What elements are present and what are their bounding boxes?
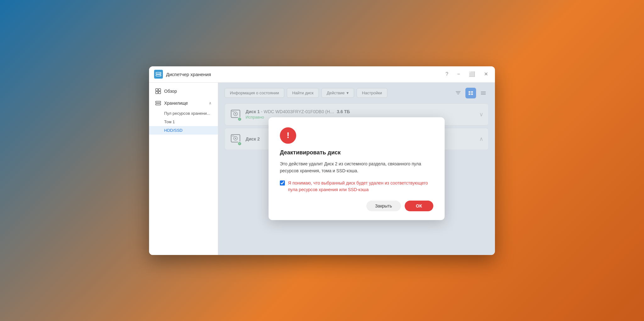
dialog-container: ! Деактивировать диск Это действие удали…: [269, 117, 445, 220]
confirm-checkbox-label[interactable]: Я понимаю, что выбранный диск будет удал…: [288, 180, 433, 193]
dialog-ok-button[interactable]: ОК: [405, 201, 433, 211]
storage-chevron: ∧: [209, 101, 212, 105]
svg-point-2: [160, 73, 160, 74]
main-layout: Обзор Хранилище ∧ Пул ресурсов хранени..…: [149, 83, 495, 255]
help-button[interactable]: ?: [444, 70, 450, 78]
overview-label: Обзор: [164, 89, 177, 94]
warning-icon: !: [280, 127, 296, 144]
main-window: Диспетчер хранения ? − ⬜ ✕ Обзор: [149, 66, 495, 255]
close-button[interactable]: ✕: [482, 70, 490, 78]
dialog-close-button[interactable]: Закрыть: [366, 201, 401, 211]
sidebar: Обзор Хранилище ∧ Пул ресурсов хранени..…: [149, 83, 218, 255]
svg-rect-6: [156, 91, 158, 94]
svg-rect-4: [156, 89, 158, 91]
dialog-checkbox-row: Я понимаю, что выбранный диск будет удал…: [280, 180, 433, 193]
volume-label: Том 1: [164, 119, 175, 124]
svg-rect-8: [156, 101, 161, 103]
window-title: Диспетчер хранения: [166, 72, 211, 77]
dialog-body: Это действие удалит Диск 2 из системного…: [280, 160, 433, 174]
dialog-title: Деактивировать диск: [280, 149, 433, 156]
sidebar-item-volume[interactable]: Том 1: [149, 118, 218, 126]
storage-icon: [155, 100, 161, 106]
hdd-label: HDD/SSD: [164, 128, 183, 133]
titlebar: Диспетчер хранения ? − ⬜ ✕: [149, 66, 495, 83]
pool-label: Пул ресурсов хранени...: [164, 111, 210, 116]
dialog-actions: Закрыть ОК: [280, 201, 433, 211]
sidebar-item-hdd[interactable]: HDD/SSD: [149, 126, 218, 135]
svg-point-3: [160, 75, 160, 76]
confirm-checkbox[interactable]: [280, 180, 285, 185]
window-controls: ? − ⬜ ✕: [444, 70, 490, 78]
sidebar-item-overview[interactable]: Обзор: [149, 85, 218, 97]
sidebar-item-pool[interactable]: Пул ресурсов хранени...: [149, 109, 218, 118]
app-icon: [154, 70, 163, 79]
deactivate-disk-dialog: ! Деактивировать диск Это действие удали…: [269, 117, 445, 220]
maximize-button[interactable]: ⬜: [467, 70, 477, 78]
svg-rect-9: [156, 103, 161, 105]
minimize-button[interactable]: −: [455, 70, 462, 78]
svg-rect-5: [158, 89, 161, 91]
sidebar-item-storage[interactable]: Хранилище ∧: [149, 97, 218, 109]
svg-rect-7: [158, 91, 161, 94]
overview-icon: [155, 88, 161, 94]
storage-label: Хранилище: [164, 101, 188, 106]
content-area: Информация о состоянии Найти диск Действ…: [218, 83, 495, 255]
